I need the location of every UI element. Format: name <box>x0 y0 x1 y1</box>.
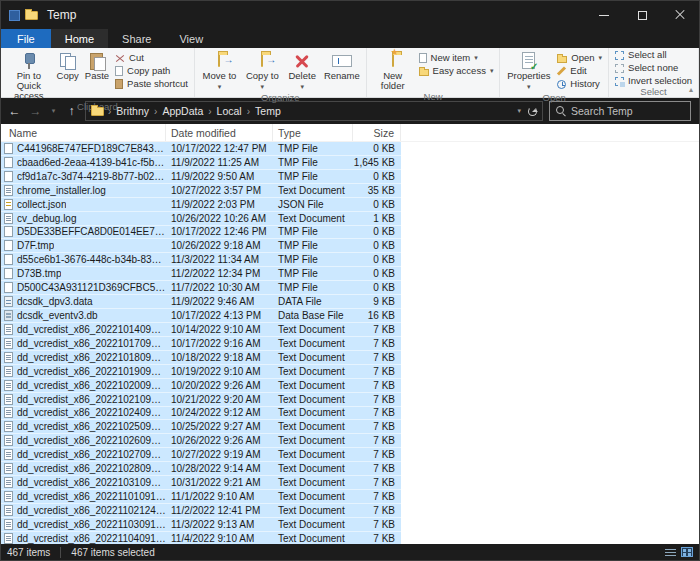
search-box[interactable] <box>549 101 691 121</box>
table-row[interactable]: D7F.tmp10/26/2022 9:18 AMTMP File0 KB <box>1 239 401 253</box>
table-row[interactable]: dd_vcredist_x86_20221025092737.log10/25/… <box>1 420 401 434</box>
tmp-file-icon <box>4 282 13 293</box>
file-date: 10/17/2022 4:13 PM <box>166 310 273 321</box>
pin-to-quick-access-button[interactable]: Pin to Quick access <box>4 50 54 101</box>
text-file-icon <box>4 185 13 196</box>
table-row[interactable]: dcsdk_eventv3.db10/17/2022 4:13 PMData B… <box>1 309 401 323</box>
maximize-button[interactable] <box>623 1 661 29</box>
thumbnails-view-icon[interactable] <box>681 547 693 557</box>
tab-view[interactable]: View <box>165 29 217 48</box>
copy-button[interactable]: Copy <box>54 50 82 101</box>
table-row[interactable]: dd_vcredist_x86_20221104091036.log11/4/2… <box>1 532 401 544</box>
collapse-ribbon-icon[interactable]: ▴ <box>689 85 693 94</box>
refresh-icon[interactable] <box>528 107 537 116</box>
table-row[interactable]: chrome_installer.log10/27/2022 3:57 PMTe… <box>1 184 401 198</box>
paste-shortcut-button[interactable]: Paste shortcut <box>115 79 188 89</box>
file-type: TMP File <box>273 143 353 154</box>
address-dropdown-icon[interactable]: ▾ <box>517 107 521 115</box>
table-row[interactable]: D500C43A931121D369CFBC52A44A7A6603...11/… <box>1 281 401 295</box>
file-size: 7 KB <box>353 352 401 363</box>
file-date: 10/27/2022 9:19 AM <box>166 449 273 460</box>
tab-share[interactable]: Share <box>108 29 165 48</box>
copy-to-button[interactable]: → Copy to ▾ <box>241 50 283 92</box>
table-row[interactable]: dd_vcredist_x86_20221018091856.log10/18/… <box>1 351 401 365</box>
table-row[interactable]: cf9d1a7c-3d74-4219-8b77-b02839a26296...1… <box>1 170 401 184</box>
table-row[interactable]: collect.json11/9/2022 2:03 PMJSON File0 … <box>1 198 401 212</box>
history-button[interactable]: History <box>557 79 602 89</box>
breadcrumb-chevron-icon: › <box>208 106 211 117</box>
properties-icon: ✓ <box>522 52 535 69</box>
file-size: 7 KB <box>353 463 401 474</box>
breadcrumb-item[interactable]: Local <box>215 105 244 117</box>
search-input[interactable] <box>571 105 684 117</box>
table-row[interactable]: dd_vcredist_x86_20221101091007.log11/1/2… <box>1 490 401 504</box>
invert-selection-button[interactable]: Invert selection <box>615 76 692 86</box>
table-row[interactable]: dd_vcredist_x86_20221102124155.log11/2/2… <box>1 504 401 518</box>
table-row[interactable]: cv_debug.log10/26/2022 10:26 AMText Docu… <box>1 212 401 226</box>
tab-home[interactable]: Home <box>51 29 108 48</box>
select-none-button[interactable]: Select none <box>615 63 692 73</box>
file-date: 11/9/2022 9:46 AM <box>166 296 273 307</box>
table-row[interactable]: dd_vcredist_x86_20221021092012.log10/21/… <box>1 393 401 407</box>
ribbon-tab-bar: File Home Share View <box>1 29 699 48</box>
column-header-type[interactable]: Type <box>273 124 353 141</box>
table-row[interactable]: dd_vcredist_x86_20221031092130.log10/31/… <box>1 476 401 490</box>
move-to-button[interactable]: → Move to ▾ <box>198 50 241 92</box>
table-row[interactable]: d55ce6b1-3676-448c-b34b-831e02ed32d...11… <box>1 253 401 267</box>
table-row[interactable]: D73B.tmp11/2/2022 12:34 PMTMP File0 KB <box>1 267 401 281</box>
file-type: TMP File <box>273 254 353 265</box>
cut-icon <box>115 53 125 63</box>
file-date: 11/9/2022 11:25 AM <box>166 157 273 168</box>
file-type: TMP File <box>273 240 353 251</box>
close-button[interactable] <box>661 1 699 29</box>
search-icon <box>556 106 566 116</box>
table-row[interactable]: dd_vcredist_x86_20221103091314.log11/3/2… <box>1 518 401 532</box>
table-row[interactable]: dd_vcredist_x86_20221014091017.log10/14/… <box>1 323 401 337</box>
table-row[interactable]: dd_vcredist_x86_20221026092618.log10/26/… <box>1 434 401 448</box>
copy-path-button[interactable]: Copy path <box>115 66 188 76</box>
table-row[interactable]: dd_vcredist_x86_20221028091454.log10/28/… <box>1 462 401 476</box>
dropdown-icon: ▾ <box>218 83 222 90</box>
table-row[interactable]: cbaad6ed-2eaa-4139-b41c-f5b28baad666...1… <box>1 156 401 170</box>
text-file-icon <box>4 324 13 335</box>
file-size: 7 KB <box>353 338 401 349</box>
file-date: 10/20/2022 9:26 AM <box>166 380 273 391</box>
rename-icon <box>332 55 352 67</box>
table-row[interactable]: dd_vcredist_x86_20221027091935.log10/27/… <box>1 448 401 462</box>
rename-button[interactable]: Rename <box>321 50 363 92</box>
details-view-icon[interactable] <box>665 548 676 557</box>
table-row[interactable]: dd_vcredist_x86_20221020092645.log10/20/… <box>1 379 401 393</box>
select-all-button[interactable]: Select all <box>615 50 692 60</box>
breadcrumb-item[interactable]: Temp <box>253 105 283 117</box>
file-size: 1 KB <box>353 213 401 224</box>
table-row[interactable]: dd_vcredist_x86_20221019091038.log10/19/… <box>1 365 401 379</box>
column-header-size[interactable]: Size <box>353 124 401 141</box>
rename-label: Rename <box>324 71 360 81</box>
table-row[interactable]: C441968E747EFD189C7E843ED9C5A453C...10/1… <box>1 142 401 156</box>
paste-button[interactable]: Paste <box>82 50 112 101</box>
new-item-button[interactable]: New item ▾ <box>419 53 494 63</box>
table-row[interactable]: dd_vcredist_x86_20221024092112.log10/24/… <box>1 407 401 421</box>
table-row[interactable]: D5DE33BEFFCA8D0E014EE7CE3887BD4756...10/… <box>1 226 401 240</box>
file-type: Text Document <box>273 435 353 446</box>
file-size: 0 KB <box>353 268 401 279</box>
file-date: 10/26/2022 10:26 AM <box>166 213 273 224</box>
new-folder-button[interactable]: ★ New folder <box>370 50 416 91</box>
file-type: Text Document <box>273 185 353 196</box>
table-row[interactable]: dcsdk_dpv3.data11/9/2022 9:46 AMDATA Fil… <box>1 295 401 309</box>
column-header-name[interactable]: Name <box>1 124 166 141</box>
delete-button[interactable]: Delete ▾ <box>284 50 321 92</box>
column-header-date-modified[interactable]: Date modified <box>166 124 273 141</box>
tab-file[interactable]: File <box>1 29 51 48</box>
file-name: dcsdk_eventv3.db <box>17 310 98 321</box>
minimize-button[interactable] <box>585 1 623 29</box>
edit-icon <box>557 66 566 76</box>
open-button[interactable]: Open ▾ <box>557 53 602 63</box>
table-row[interactable]: dd_vcredist_x86_20221017091611.log10/17/… <box>1 337 401 351</box>
properties-button[interactable]: ✓ Properties ▾ <box>503 50 554 92</box>
easy-access-button[interactable]: Easy access ▾ <box>419 66 494 76</box>
file-size: 7 KB <box>353 449 401 460</box>
close-icon <box>675 10 685 20</box>
cut-button[interactable]: Cut <box>115 53 188 63</box>
edit-button[interactable]: Edit <box>557 66 602 76</box>
